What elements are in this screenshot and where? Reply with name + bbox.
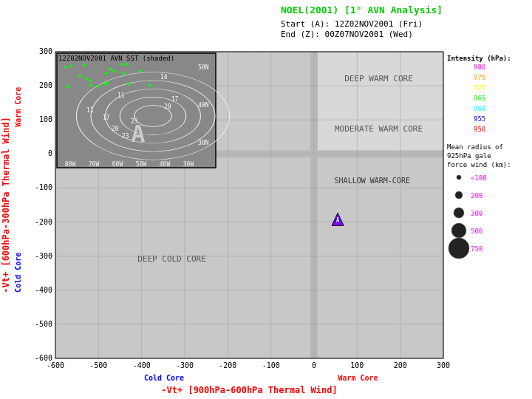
main-container (0, 0, 532, 399)
chart-canvas (0, 0, 532, 399)
